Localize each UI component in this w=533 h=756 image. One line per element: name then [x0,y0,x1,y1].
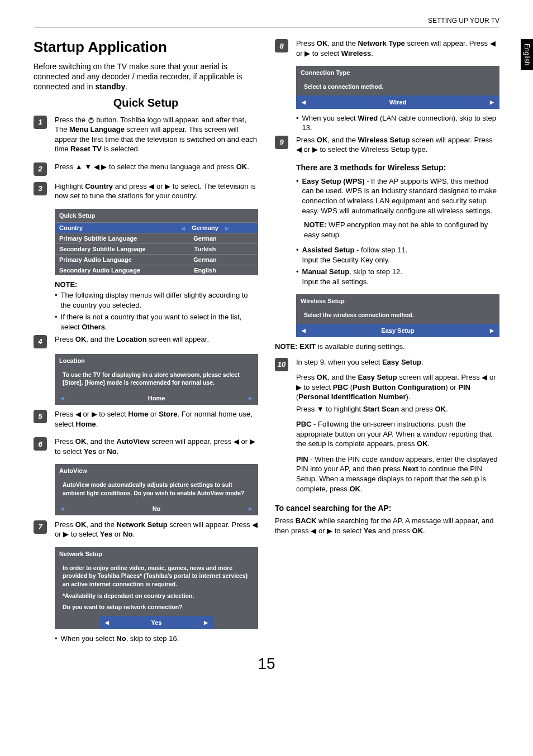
panel-body: In order to enjoy online video, music, g… [55,561,258,616]
step-8: 8 Press OK, and the Network Type screen … [275,39,499,60]
step10-text-3: Press ▼ to highlight Start Scan and pres… [296,404,499,414]
network-selector[interactable]: ◀ Yes ▶ [99,616,213,629]
setting-row[interactable]: Secondary Audio LanguageEnglish [55,265,258,275]
step7-note: When you select No, skip to step 16. [55,634,258,644]
method-assisted: Assisted Setup - follow step 11.Input th… [296,245,499,265]
panel-title: Connection Type [296,66,499,79]
right-column: 8 Press OK, and the Network Type screen … [275,39,499,646]
arrow-left-icon[interactable]: ◀ [302,99,306,105]
setting-row[interactable]: Secondary Subtitle LanguageTurkish [55,243,258,254]
setting-row[interactable]: Primary Subtitle LanguageGerman [55,233,258,243]
panel-title: Network Setup [55,547,258,561]
step-7: 7 Press OK, and the Network Setup screen… [34,520,258,542]
pbc-text: PBC - Following the on-screen instructio… [296,419,499,449]
step9-text: Press OK, and the Wireless Setup screen … [296,135,499,155]
autoview-panel: AutoView AutoView mode automatically adj… [55,464,258,515]
autoview-selector[interactable]: ◀ No ▶ [55,502,258,515]
step1-text: Press the button. Toshiba logo will appe… [55,115,258,154]
panel-title: Wireless Setup [296,294,499,308]
method-manual: Manual Setup, skip to step 12.Input the … [296,267,499,286]
step7-text: Press OK, and the Network Setup screen w… [55,520,258,539]
step3-text: Highlight Country and press ◀ or ▶ to se… [55,181,258,201]
step-3: 3 Highlight Country and press ◀ or ▶ to … [34,181,258,203]
step8-note: When you select Wired (LAN cable connect… [296,113,499,133]
connection-type-panel: Connection Type Select a connection meth… [296,66,499,109]
step-number-icon: 10 [275,358,288,371]
arrow-right-icon[interactable]: ▶ [249,395,253,401]
step-number-icon: 9 [275,136,288,149]
step6-text: Press OK, and the AutoView screen will a… [55,437,258,456]
wireless-selector[interactable]: ◀ Easy Setup ▶ [296,324,499,337]
location-selector[interactable]: ◀ Home ▶ [55,391,258,405]
note-bullet: If there is not a country that you want … [55,312,258,332]
arrow-left-icon[interactable]: ◀ [105,620,109,625]
step-6: 6 Press OK, and the AutoView screen will… [34,437,258,458]
step2-text: Press ▲ ▼ ◀ ▶ to select the menu languag… [55,162,258,172]
step-number-icon: 5 [34,410,47,423]
wireless-setup-panel: Wireless Setup Select the wireless conne… [296,294,499,337]
step-5: 5 Press ◀ or ▶ to select Home or Store. … [34,409,258,431]
step-number-icon: 7 [34,520,47,534]
step10-text-1: In step 9, when you select Easy Setup; [296,357,499,367]
language-tab: English [521,39,533,70]
arrow-left-icon[interactable]: ◀ [181,226,185,231]
arrow-right-icon[interactable]: ▶ [249,506,253,511]
step-number-icon: 6 [34,437,47,451]
step-10: 10 In step 9, when you select Easy Setup… [275,357,499,496]
panel-title: Quick Setup [55,209,258,222]
page-number: 15 [34,655,499,673]
panel-title: Location [55,354,258,367]
step-2: 2 Press ▲ ▼ ◀ ▶ to select the menu langu… [34,162,258,176]
panel-body: To use the TV for displaying in a store … [55,367,258,391]
arrow-right-icon[interactable]: ▶ [204,620,208,625]
arrow-left-icon[interactable]: ◀ [60,506,64,511]
step-number-icon: 8 [275,39,288,52]
step-9: 9 Press OK, and the Wireless Setup scree… [275,135,499,289]
power-icon [88,117,94,123]
arrow-left-icon[interactable]: ◀ [302,328,306,333]
exit-note: NOTE: EXIT is available during settings. [275,342,499,352]
step-number-icon: 2 [34,162,47,176]
arrow-right-icon[interactable]: ▶ [225,226,229,231]
step-number-icon: 1 [34,116,47,129]
location-panel: Location To use the TV for displaying in… [55,354,258,405]
step10-text-2: Press OK, and the Easy Setup screen will… [296,372,499,402]
setting-row[interactable]: Primary Audio LanguageGerman [55,254,258,265]
panel-body: Select a connection method. [296,79,499,95]
step4-text: Press OK, and the Location screen will a… [55,334,258,344]
panel-title: AutoView [55,464,258,477]
header-section: SETTING UP YOUR TV [34,17,499,27]
quick-setup-heading: Quick Setup [34,97,258,109]
panel-body: AutoView mode automatically adjusts pict… [55,477,258,501]
wireless-methods-heading: There are 3 methods for Wireless Setup: [296,162,499,173]
intro-text: Before switching on the TV make sure tha… [34,61,258,92]
method-easy-setup: Easy Setup (WPS) - If the AP supports WP… [296,176,499,216]
wep-note: NOTE: WEP encryption may not be able to … [304,220,499,240]
step5-text: Press ◀ or ▶ to select Home or Store. Fo… [55,409,258,429]
note-heading: NOTE: [55,280,258,290]
cancel-heading: To cancel searching for the AP: [275,504,499,513]
cancel-text: Press BACK while searching for the AP. A… [275,516,499,535]
step-1: 1 Press the button. Toshiba logo will ap… [34,115,258,156]
step-number-icon: 3 [34,182,47,195]
arrow-right-icon[interactable]: ▶ [490,328,494,333]
arrow-left-icon[interactable]: ◀ [60,395,64,401]
connection-type-selector[interactable]: ◀ Wired ▶ [296,95,499,109]
note-bullet: The following display menus will differ … [55,290,258,310]
setting-row-country[interactable]: Country ◀ Germany ▶ [55,222,258,233]
step-number-icon: 4 [34,335,47,348]
step-4: 4 Press OK, and the Location screen will… [34,334,258,348]
quick-setup-panel: Quick Setup Country ◀ Germany ▶ Primary … [55,209,258,275]
pin-text: PIN - When the PIN code window appears, … [296,454,499,494]
step8-text: Press OK, and the Network Type screen wi… [296,39,499,58]
arrow-right-icon[interactable]: ▶ [490,99,494,105]
panel-body: Select the wireless connection method. [296,308,499,324]
page-title: Startup Application [34,39,258,56]
left-column: Startup Application Before switching on … [34,39,258,646]
network-setup-panel: Network Setup In order to enjoy online v… [55,547,258,629]
